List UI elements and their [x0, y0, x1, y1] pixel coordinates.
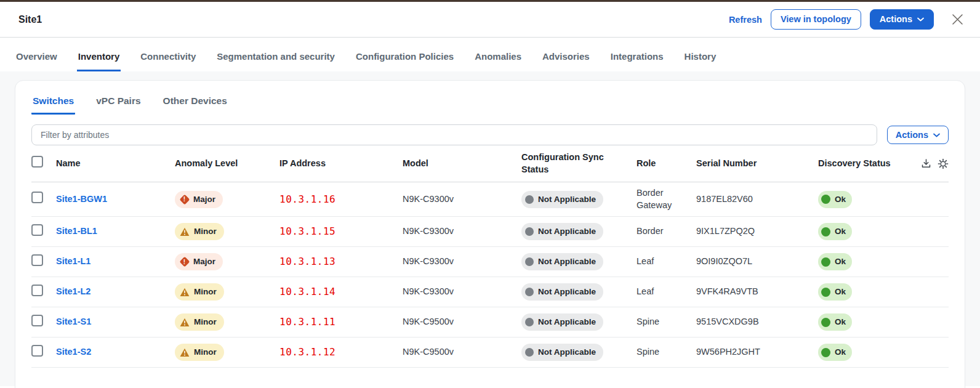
- anomaly-badge: Minor: [175, 344, 224, 361]
- row-checkbox[interactable]: [31, 285, 43, 296]
- anomaly-level-label: Minor: [194, 226, 217, 237]
- actions-button[interactable]: Actions: [870, 9, 934, 30]
- device-name-link[interactable]: Site1-BGW1: [56, 194, 107, 204]
- row-checkbox[interactable]: [31, 315, 43, 326]
- anomaly-level-label: Major: [193, 256, 215, 267]
- config-sync-status-badge: Not Applicable: [521, 283, 603, 301]
- table-row: Site1-BL1 Minor 10.3.1.15 N9K-C9300v Not…: [31, 217, 949, 247]
- subtab-switches[interactable]: Switches: [31, 92, 75, 115]
- discovery-status-label: Ok: [835, 317, 846, 328]
- table-row: Site1-BGW1 Major 10.3.1.16 N9K-C9300v No…: [31, 182, 949, 217]
- device-name-link[interactable]: Site1-L1: [56, 256, 90, 266]
- device-name-link[interactable]: Site1-S2: [56, 347, 91, 357]
- not-applicable-dot-icon: [525, 257, 534, 266]
- table-actions-button[interactable]: Actions: [887, 126, 949, 145]
- anomaly-badge: Minor: [175, 223, 224, 240]
- row-checkbox[interactable]: [31, 254, 43, 266]
- tab-configuration-policies[interactable]: Configuration Policies: [355, 38, 455, 71]
- col-header-name[interactable]: Name: [56, 158, 175, 170]
- col-header-discovery-status[interactable]: Discovery Status: [818, 158, 898, 170]
- major-diamond-icon: [180, 195, 189, 204]
- close-icon[interactable]: [951, 13, 964, 26]
- model-value: N9K-C9500v: [403, 317, 454, 326]
- actions-button-label: Actions: [880, 15, 912, 24]
- anomaly-badge: Major: [175, 253, 223, 270]
- col-header-role[interactable]: Role: [637, 158, 696, 170]
- device-name-link[interactable]: Site1-BL1: [56, 226, 97, 236]
- config-sync-status-label: Not Applicable: [538, 286, 596, 297]
- ip-address: 10.3.1.14: [279, 286, 335, 297]
- col-header-model[interactable]: Model: [403, 158, 521, 170]
- not-applicable-dot-icon: [525, 227, 534, 236]
- col-header-serial-number[interactable]: Serial Number: [696, 158, 818, 170]
- model-value: N9K-C9300v: [403, 256, 454, 266]
- row-checkbox[interactable]: [31, 192, 43, 203]
- tab-anomalies[interactable]: Anomalies: [473, 38, 523, 71]
- row-checkbox[interactable]: [31, 345, 43, 357]
- ip-address: 10.3.1.11: [279, 316, 335, 328]
- filter-input[interactable]: [31, 124, 877, 145]
- serial-number-value: 9VFK4RA9VTB: [696, 286, 758, 296]
- chevron-down-icon: [917, 17, 924, 22]
- ip-address: 10.3.1.13: [279, 256, 335, 267]
- config-sync-status-badge: Not Applicable: [521, 344, 603, 361]
- config-sync-status-label: Not Applicable: [538, 256, 596, 267]
- ok-dot-icon: [821, 257, 830, 267]
- serial-number-value: 9IX1L7ZPQ2Q: [696, 226, 755, 236]
- device-name-link[interactable]: Site1-S1: [56, 317, 91, 326]
- table-header-row: Name Anomaly Level IP Address Model Conf…: [31, 145, 949, 182]
- anomaly-level-label: Major: [193, 194, 215, 205]
- col-header-anomaly-level[interactable]: Anomaly Level: [175, 158, 279, 170]
- discovery-status-badge: Ok: [818, 253, 852, 270]
- subtab-other-devices[interactable]: Other Devices: [162, 92, 228, 115]
- config-sync-status-badge: Not Applicable: [521, 253, 603, 270]
- discovery-status-badge: Ok: [818, 313, 852, 331]
- view-in-topology-button[interactable]: View in topology: [771, 9, 861, 30]
- role-value: Spine: [637, 347, 659, 357]
- download-icon[interactable]: [921, 158, 931, 169]
- ok-dot-icon: [821, 288, 830, 297]
- config-sync-status-label: Not Applicable: [538, 226, 596, 237]
- refresh-link[interactable]: Refresh: [729, 15, 762, 25]
- tab-connectivity[interactable]: Connectivity: [139, 38, 197, 71]
- discovery-status-badge: Ok: [818, 344, 852, 361]
- tab-advisories[interactable]: Advisories: [541, 38, 591, 71]
- role-value: Border: [637, 226, 664, 236]
- discovery-status-label: Ok: [835, 256, 846, 267]
- col-header-config-sync[interactable]: Configuration Sync Status: [521, 152, 637, 176]
- anomaly-level-label: Minor: [194, 347, 217, 358]
- minor-triangle-icon: [180, 288, 190, 297]
- serial-number-value: 9W56PH2JGHT: [696, 347, 760, 357]
- table-row: Site1-L1 Major 10.3.1.13 N9K-C9300v Not …: [31, 247, 949, 277]
- ip-address: 10.3.1.12: [279, 346, 335, 358]
- ip-address: 10.3.1.15: [279, 225, 335, 237]
- tab-segmentation-and-security[interactable]: Segmentation and security: [215, 38, 336, 71]
- discovery-status-label: Ok: [835, 226, 846, 237]
- subtab-bar: Switches vPC Pairs Other Devices: [31, 81, 949, 115]
- major-diamond-icon: [180, 257, 189, 267]
- ok-dot-icon: [821, 318, 830, 327]
- tab-inventory[interactable]: Inventory: [77, 38, 121, 71]
- ok-dot-icon: [821, 195, 830, 204]
- config-sync-status-badge: Not Applicable: [521, 223, 603, 240]
- tab-overview[interactable]: Overview: [15, 38, 58, 71]
- table-actions-label: Actions: [896, 131, 928, 140]
- role-value: Border Gateway: [637, 188, 672, 210]
- device-name-link[interactable]: Site1-L2: [56, 286, 90, 296]
- discovery-status-label: Ok: [835, 286, 846, 297]
- subtab-vpc-pairs[interactable]: vPC Pairs: [95, 92, 142, 115]
- not-applicable-dot-icon: [525, 195, 534, 204]
- row-checkbox[interactable]: [31, 224, 43, 236]
- tab-history[interactable]: History: [683, 38, 718, 71]
- col-header-ip-address[interactable]: IP Address: [279, 158, 403, 170]
- minor-triangle-icon: [180, 348, 190, 357]
- anomaly-level-label: Minor: [194, 286, 217, 297]
- header-actions: Refresh View in topology Actions: [729, 9, 964, 30]
- role-value: Leaf: [637, 286, 654, 296]
- role-value: Spine: [637, 317, 659, 326]
- config-sync-status-badge: Not Applicable: [521, 313, 603, 331]
- ip-address: 10.3.1.16: [279, 193, 335, 205]
- select-all-checkbox[interactable]: [31, 156, 43, 168]
- tab-integrations[interactable]: Integrations: [609, 38, 665, 71]
- gear-icon[interactable]: [938, 158, 949, 169]
